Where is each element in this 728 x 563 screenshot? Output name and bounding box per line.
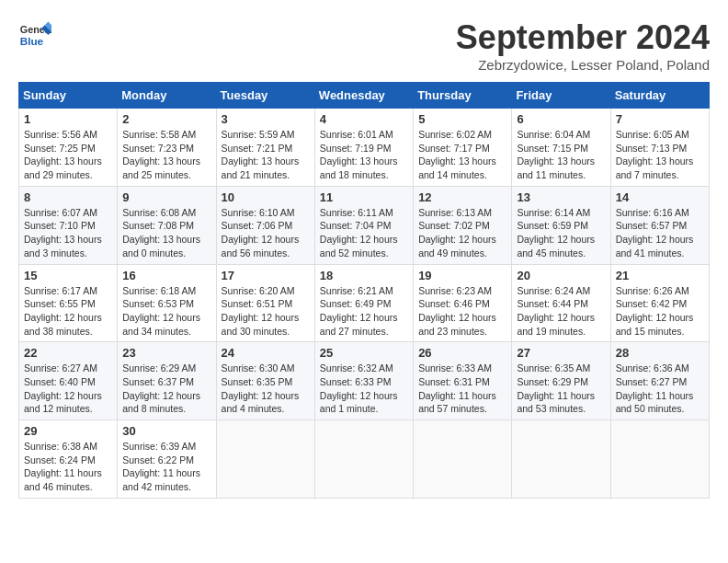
calendar-week-4: 22Sunrise: 6:27 AM Sunset: 6:40 PM Dayli… <box>19 342 710 420</box>
day-number: 19 <box>418 269 506 282</box>
logo: General Blue <box>18 18 51 52</box>
day-number: 14 <box>616 190 704 204</box>
day-number: 29 <box>24 424 112 438</box>
page-header: General Blue September 2024 Zebrzydowice… <box>18 18 710 73</box>
day-number: 8 <box>24 190 112 204</box>
calendar-cell: 7Sunrise: 6:05 AM Sunset: 7:13 PM Daylig… <box>610 109 709 187</box>
day-number: 10 <box>222 190 310 204</box>
weekday-header-wednesday: Wednesday <box>314 83 413 109</box>
day-info: Sunrise: 6:14 AM Sunset: 6:59 PM Dayligh… <box>517 206 605 260</box>
day-number: 23 <box>122 346 210 360</box>
day-info: Sunrise: 6:02 AM Sunset: 7:17 PM Dayligh… <box>418 128 506 182</box>
weekday-header-thursday: Thursday <box>414 83 512 109</box>
day-number: 28 <box>616 346 704 360</box>
day-info: Sunrise: 6:24 AM Sunset: 6:44 PM Dayligh… <box>517 284 605 339</box>
month-title: September 2024 <box>456 18 710 57</box>
calendar-cell: 8Sunrise: 6:07 AM Sunset: 7:10 PM Daylig… <box>19 186 118 264</box>
svg-text:Blue: Blue <box>20 35 44 47</box>
calendar-cell: 3Sunrise: 5:59 AM Sunset: 7:21 PM Daylig… <box>216 109 314 187</box>
day-number: 9 <box>122 190 210 204</box>
weekday-header-tuesday: Tuesday <box>216 83 314 109</box>
day-info: Sunrise: 6:33 AM Sunset: 6:31 PM Dayligh… <box>418 362 506 416</box>
day-number: 27 <box>517 346 605 360</box>
title-block: September 2024 Zebrzydowice, Lesser Pola… <box>456 18 710 73</box>
calendar-week-5: 29Sunrise: 6:38 AM Sunset: 6:24 PM Dayli… <box>19 420 710 499</box>
calendar-week-2: 8Sunrise: 6:07 AM Sunset: 7:10 PM Daylig… <box>19 186 710 264</box>
day-info: Sunrise: 6:36 AM Sunset: 6:27 PM Dayligh… <box>616 362 704 416</box>
day-info: Sunrise: 6:07 AM Sunset: 7:10 PM Dayligh… <box>24 206 112 260</box>
day-info: Sunrise: 6:23 AM Sunset: 6:46 PM Dayligh… <box>418 284 506 339</box>
calendar-cell: 13Sunrise: 6:14 AM Sunset: 6:59 PM Dayli… <box>512 186 610 264</box>
day-info: Sunrise: 6:11 AM Sunset: 7:04 PM Dayligh… <box>320 206 408 260</box>
day-number: 1 <box>24 112 112 126</box>
calendar-cell: 9Sunrise: 6:08 AM Sunset: 7:08 PM Daylig… <box>118 186 216 264</box>
calendar-header-row: SundayMondayTuesdayWednesdayThursdayFrid… <box>19 83 710 109</box>
day-info: Sunrise: 6:39 AM Sunset: 6:22 PM Dayligh… <box>122 440 210 494</box>
day-info: Sunrise: 5:59 AM Sunset: 7:21 PM Dayligh… <box>222 128 310 182</box>
calendar-cell: 23Sunrise: 6:29 AM Sunset: 6:37 PM Dayli… <box>118 342 216 420</box>
calendar-cell <box>610 420 709 499</box>
calendar-cell: 4Sunrise: 6:01 AM Sunset: 7:19 PM Daylig… <box>314 109 413 187</box>
day-number: 30 <box>122 424 210 438</box>
day-info: Sunrise: 6:01 AM Sunset: 7:19 PM Dayligh… <box>320 128 408 182</box>
day-info: Sunrise: 6:26 AM Sunset: 6:42 PM Dayligh… <box>616 284 704 339</box>
day-info: Sunrise: 6:05 AM Sunset: 7:13 PM Dayligh… <box>616 128 704 182</box>
day-info: Sunrise: 5:58 AM Sunset: 7:23 PM Dayligh… <box>122 128 210 182</box>
calendar-cell: 18Sunrise: 6:21 AM Sunset: 6:49 PM Dayli… <box>314 264 413 342</box>
calendar-cell: 5Sunrise: 6:02 AM Sunset: 7:17 PM Daylig… <box>414 109 512 187</box>
weekday-header-saturday: Saturday <box>610 83 709 109</box>
calendar-cell: 30Sunrise: 6:39 AM Sunset: 6:22 PM Dayli… <box>118 420 216 499</box>
day-number: 25 <box>320 346 408 360</box>
day-info: Sunrise: 6:29 AM Sunset: 6:37 PM Dayligh… <box>122 362 210 416</box>
day-info: Sunrise: 6:16 AM Sunset: 6:57 PM Dayligh… <box>616 206 704 260</box>
calendar-week-1: 1Sunrise: 5:56 AM Sunset: 7:25 PM Daylig… <box>19 109 710 187</box>
day-number: 5 <box>418 112 506 126</box>
day-number: 15 <box>24 269 112 282</box>
calendar-cell: 21Sunrise: 6:26 AM Sunset: 6:42 PM Dayli… <box>610 264 709 342</box>
day-number: 17 <box>222 269 310 282</box>
calendar-cell: 15Sunrise: 6:17 AM Sunset: 6:55 PM Dayli… <box>19 264 118 342</box>
day-number: 16 <box>122 269 210 282</box>
calendar-cell: 17Sunrise: 6:20 AM Sunset: 6:51 PM Dayli… <box>216 264 314 342</box>
calendar-cell: 28Sunrise: 6:36 AM Sunset: 6:27 PM Dayli… <box>610 342 709 420</box>
calendar-cell: 6Sunrise: 6:04 AM Sunset: 7:15 PM Daylig… <box>512 109 610 187</box>
calendar-cell: 27Sunrise: 6:35 AM Sunset: 6:29 PM Dayli… <box>512 342 610 420</box>
day-info: Sunrise: 6:21 AM Sunset: 6:49 PM Dayligh… <box>320 284 408 339</box>
location: Zebrzydowice, Lesser Poland, Poland <box>456 57 710 73</box>
day-info: Sunrise: 6:10 AM Sunset: 7:06 PM Dayligh… <box>222 206 310 260</box>
day-number: 12 <box>418 190 506 204</box>
day-info: Sunrise: 6:27 AM Sunset: 6:40 PM Dayligh… <box>24 362 112 416</box>
day-info: Sunrise: 6:13 AM Sunset: 7:02 PM Dayligh… <box>418 206 506 260</box>
calendar-cell: 11Sunrise: 6:11 AM Sunset: 7:04 PM Dayli… <box>314 186 413 264</box>
calendar-cell: 20Sunrise: 6:24 AM Sunset: 6:44 PM Dayli… <box>512 264 610 342</box>
day-number: 18 <box>320 269 408 282</box>
day-number: 13 <box>517 190 605 204</box>
calendar-cell: 19Sunrise: 6:23 AM Sunset: 6:46 PM Dayli… <box>414 264 512 342</box>
day-info: Sunrise: 6:32 AM Sunset: 6:33 PM Dayligh… <box>320 362 408 416</box>
calendar-cell <box>314 420 413 499</box>
day-info: Sunrise: 6:38 AM Sunset: 6:24 PM Dayligh… <box>24 440 112 494</box>
day-number: 3 <box>222 112 310 126</box>
day-number: 11 <box>320 190 408 204</box>
calendar-cell <box>414 420 512 499</box>
day-info: Sunrise: 6:30 AM Sunset: 6:35 PM Dayligh… <box>222 362 310 416</box>
calendar-cell <box>216 420 314 499</box>
day-number: 21 <box>616 269 704 282</box>
day-number: 4 <box>320 112 408 126</box>
calendar-cell <box>512 420 610 499</box>
weekday-header-monday: Monday <box>118 83 216 109</box>
calendar-cell: 16Sunrise: 6:18 AM Sunset: 6:53 PM Dayli… <box>118 264 216 342</box>
day-info: Sunrise: 6:18 AM Sunset: 6:53 PM Dayligh… <box>122 284 210 339</box>
calendar-cell: 1Sunrise: 5:56 AM Sunset: 7:25 PM Daylig… <box>19 109 118 187</box>
calendar-week-3: 15Sunrise: 6:17 AM Sunset: 6:55 PM Dayli… <box>19 264 710 342</box>
day-info: Sunrise: 6:08 AM Sunset: 7:08 PM Dayligh… <box>122 206 210 260</box>
calendar-cell: 26Sunrise: 6:33 AM Sunset: 6:31 PM Dayli… <box>414 342 512 420</box>
calendar-cell: 2Sunrise: 5:58 AM Sunset: 7:23 PM Daylig… <box>118 109 216 187</box>
weekday-header-friday: Friday <box>512 83 610 109</box>
day-number: 22 <box>24 346 112 360</box>
day-number: 24 <box>222 346 310 360</box>
day-number: 20 <box>517 269 605 282</box>
calendar-cell: 22Sunrise: 6:27 AM Sunset: 6:40 PM Dayli… <box>19 342 118 420</box>
day-info: Sunrise: 6:35 AM Sunset: 6:29 PM Dayligh… <box>517 362 605 416</box>
day-number: 7 <box>616 112 704 126</box>
